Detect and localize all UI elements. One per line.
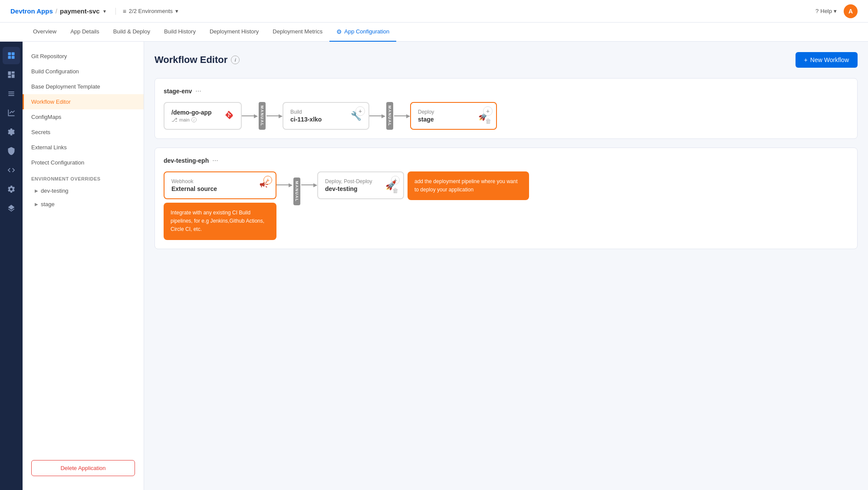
stage-build-node[interactable]: Build ci-113-xlko 🔧 +	[283, 102, 369, 130]
dev-deploy-delete-button[interactable]: 🗑	[391, 186, 400, 195]
nav-tabs: Overview App Details Build & Deploy Buil…	[0, 23, 868, 42]
stage-connector-3: ▶	[369, 113, 385, 119]
tab-app-details[interactable]: App Details	[63, 23, 106, 42]
stage-env-name: stage-env	[164, 88, 192, 95]
dev-arrow-icon-1: ▶	[289, 182, 293, 188]
stage-build-content: Build ci-113-xlko	[290, 109, 351, 123]
stage-source-node[interactable]: /demo-go-app ⎇ main i	[164, 102, 242, 130]
svg-rect-0	[8, 53, 11, 56]
stage-manual-label-2: MANUAL	[386, 102, 393, 130]
dev-source-node[interactable]: Webhook External source +	[164, 171, 276, 199]
dev-connector-1: ▶	[276, 182, 293, 188]
environments-label: 2/2 Environments	[129, 8, 173, 14]
stage-connector-2: ▶	[266, 113, 283, 119]
topbar-right: ? Help ▾ A	[815, 4, 858, 18]
sidebar-icon-code[interactable]	[3, 161, 20, 179]
arrow-right-icon-4: ▶	[406, 113, 410, 119]
sidebar-item-configmaps[interactable]: ConfigMaps	[23, 109, 144, 125]
svg-rect-2	[8, 56, 11, 59]
tab-deployment-metrics[interactable]: Deployment Metrics	[266, 23, 329, 42]
app-name[interactable]: payment-svc	[60, 7, 100, 15]
app-chevron-icon[interactable]: ▾	[103, 8, 106, 14]
delete-application-button[interactable]: Delete Application	[31, 460, 135, 476]
sidebar-icon-layers[interactable]	[3, 200, 20, 217]
help-button[interactable]: ? Help ▾	[815, 8, 837, 14]
dev-deploy-name: dev-testing	[325, 185, 385, 192]
dev-deploy-node[interactable]: Deploy, Post-Deploy dev-testing 🚀 + 🗑	[317, 171, 404, 199]
workflow-stage-section: stage-env ··· /demo-go-app ⎇ main i	[155, 78, 858, 139]
sidebar-item-git-repository[interactable]: Git Repository	[23, 49, 144, 64]
dev-env-more-icon[interactable]: ···	[212, 157, 218, 164]
dev-source-plus-button[interactable]: +	[263, 176, 272, 184]
arrow-right-icon-3: ▶	[381, 113, 385, 119]
stage-build-plus-button[interactable]: +	[355, 106, 365, 116]
sidebar-env-stage[interactable]: ▶ stage	[23, 197, 144, 211]
page-header: Workflow Editor i + New Workflow	[155, 52, 858, 68]
tab-overview[interactable]: Overview	[26, 23, 63, 42]
chevron-right-icon-stage: ▶	[35, 202, 38, 207]
user-avatar[interactable]: A	[844, 4, 858, 18]
dev-pipeline-flow: Webhook External source + Integrate with…	[164, 171, 848, 240]
arrow-right-icon: ▶	[254, 113, 258, 119]
info-icon[interactable]: i	[231, 56, 240, 64]
stage-env-more-icon[interactable]: ···	[195, 87, 201, 95]
stage-deploy-plus-button[interactable]: +	[483, 106, 493, 116]
topbar: Devtron Apps / payment-svc ▾ ≡ 2/2 Envir…	[0, 0, 868, 23]
sidebar-item-build-configuration[interactable]: Build Configuration	[23, 64, 144, 79]
sidebar-env-dev-testing[interactable]: ▶ dev-testing	[23, 184, 144, 197]
workflow-stage-env-header: stage-env ···	[164, 87, 848, 95]
brand-name[interactable]: Devtron Apps	[10, 7, 53, 15]
dev-deploy-type-label: Deploy, Post-Deploy	[325, 178, 385, 184]
svg-rect-3	[12, 56, 15, 59]
dev-deploy-tooltip: add the deployment pipeline where you wa…	[408, 171, 529, 200]
dev-deploy-plus-button[interactable]: +	[391, 176, 400, 184]
environments-filter[interactable]: ≡ 2/2 Environments ▾	[115, 8, 178, 15]
left-sidebar: Git Repository Build Configuration Base …	[23, 42, 144, 490]
tab-build-history[interactable]: Build History	[157, 23, 203, 42]
git-icon	[224, 110, 234, 122]
dev-source-type-label: Webhook	[171, 178, 259, 184]
sidebar-icon-apps[interactable]	[3, 47, 20, 64]
topbar-left: Devtron Apps / payment-svc ▾ ≡ 2/2 Envir…	[10, 7, 178, 15]
tab-app-configuration[interactable]: ⚙ App Configuration	[329, 23, 396, 42]
dev-connector-2: ▶	[301, 182, 317, 188]
tab-deployment-history[interactable]: Deployment History	[203, 23, 266, 42]
sidebar-item-protect-configuration[interactable]: Protect Configuration	[23, 155, 144, 170]
sidebar-icon-grid[interactable]	[3, 85, 20, 102]
sidebar-icon-dashboard[interactable]	[3, 66, 20, 83]
stage-build-name: ci-113-xlko	[290, 116, 351, 123]
sidebar-item-base-deployment-template[interactable]: Base Deployment Template	[23, 79, 144, 94]
sidebar-icon-settings[interactable]	[3, 123, 20, 141]
plus-icon: +	[804, 56, 808, 63]
dev-source-name: External source	[171, 185, 259, 192]
stage-build-type-label: Build	[290, 109, 351, 115]
stage-deploy-name: stage	[418, 116, 478, 123]
dev-deploy-content: Deploy, Post-Deploy dev-testing	[325, 178, 385, 192]
breadcrumb-separator: /	[56, 7, 57, 15]
stage-deploy-type-label: Deploy	[418, 109, 478, 115]
tab-build-deploy[interactable]: Build & Deploy	[106, 23, 157, 42]
dev-source-container: Webhook External source + Integrate with…	[164, 171, 276, 240]
workflow-dev-env-header: dev-testing-eph ···	[164, 157, 848, 164]
sidebar-item-secrets[interactable]: Secrets	[23, 125, 144, 140]
stage-connector-1: ▶	[242, 113, 258, 119]
workflow-dev-section: dev-testing-eph ··· Webhook External sou…	[155, 148, 858, 249]
dev-env-name: dev-testing-eph	[164, 157, 209, 164]
sidebar-icon-shield[interactable]	[3, 142, 20, 160]
dev-manual-label: MANUAL	[293, 178, 300, 205]
filter-icon: ≡	[123, 8, 126, 15]
envs-chevron-icon: ▾	[175, 8, 178, 14]
sidebar-item-workflow-editor[interactable]: Workflow Editor	[23, 94, 144, 109]
sidebar-item-external-links[interactable]: External Links	[23, 140, 144, 155]
new-workflow-button[interactable]: + New Workflow	[796, 52, 858, 68]
info-circle-icon: i	[191, 117, 197, 122]
sidebar-icon-chart[interactable]	[3, 104, 20, 122]
main-layout: Git Repository Build Configuration Base …	[0, 42, 868, 490]
stage-deploy-delete-button[interactable]: 🗑	[484, 117, 493, 125]
main-content: Workflow Editor i + New Workflow stage-e…	[144, 42, 868, 490]
stage-deploy-content: Deploy stage	[418, 109, 478, 123]
help-circle-icon: ?	[815, 8, 819, 14]
sidebar-icon-gear2[interactable]	[3, 181, 20, 198]
stage-deploy-node[interactable]: Deploy stage 🚀 + 🗑	[410, 102, 497, 130]
icon-sidebar	[0, 42, 23, 490]
